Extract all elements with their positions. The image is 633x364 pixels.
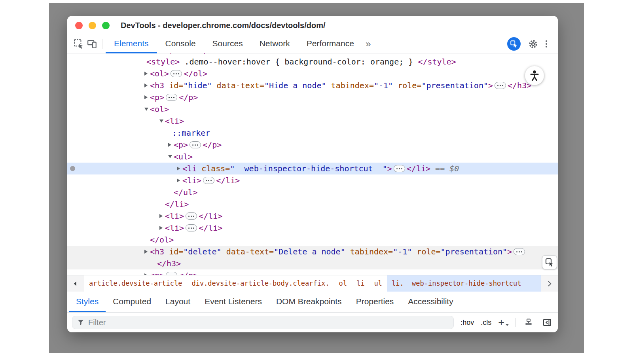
code-token-tag: <li> [165,211,184,221]
tree-row[interactable]: <h3 id="hide" data-text="Hide a node" ta… [67,80,558,91]
settings-button[interactable] [526,37,540,51]
tab-accessibility[interactable]: Accessibility [401,292,460,312]
breadcrumb-item-ol[interactable]: ol [334,275,351,292]
styles-toolbar: Filter :hov .cls + [67,313,558,332]
inspect-element-button[interactable] [72,37,85,51]
tab-performance[interactable]: Performance [298,35,362,53]
toggle-sidebar-button[interactable] [541,317,553,328]
zoom-window-button[interactable] [102,22,110,29]
tree-row[interactable]: <li> [67,115,558,127]
breadcrumb-item-div-devsite-article-body-clearfix[interactable]: div.devsite-article-body.clearfix. [187,275,334,292]
expand-children-button[interactable] [186,212,197,220]
tab-console[interactable]: Console [157,35,204,53]
collapse-arrow-icon[interactable] [144,108,150,111]
code-token-val: "-1" [374,81,393,90]
expand-arrow-icon[interactable] [177,178,182,182]
code-token-hint: == [430,164,449,173]
more-tabs-button[interactable]: » [366,35,371,53]
code-token-tag: <li> [165,116,184,126]
code-token-tag: </p> [203,140,222,150]
expand-children-button[interactable] [171,70,182,77]
toggle-device-toolbar-button[interactable] [85,37,99,51]
tree-row[interactable]: ::marker [67,127,558,139]
tab-network[interactable]: Network [251,35,298,53]
code-token-val: "__web-inspector-hide-shortcut__" [230,164,387,173]
floating-inspect-button[interactable] [542,255,557,269]
expand-children-button[interactable] [394,165,405,172]
styles-filter-input[interactable]: Filter [72,316,454,329]
code-token-attr: tabindex= [326,81,374,90]
minimize-window-button[interactable] [89,22,96,29]
expand-arrow-icon[interactable] [144,95,150,99]
paint-roller-button[interactable] [523,317,534,328]
expand-children-button[interactable] [190,141,201,148]
window-title: DevTools - developer.chrome.com/docs/dev… [121,21,326,30]
code-token-tag: <ol> [150,69,169,78]
breadcrumb-bar: article.devsite-articlediv.devsite-artic… [67,275,558,292]
collapse-arrow-icon[interactable] [159,119,165,123]
expand-children-button[interactable] [166,94,177,101]
tab-sources[interactable]: Sources [204,35,251,53]
code-token-tag: </p> [194,53,213,55]
tree-row[interactable]: <ol> [67,103,558,115]
tree-row[interactable]: </li> [67,198,558,210]
accessibility-overlay-button[interactable] [525,66,544,85]
expand-arrow-icon[interactable] [144,83,150,87]
tree-row[interactable]: <p></p> [67,139,558,151]
breadcrumb: article.devsite-articlediv.devsite-artic… [84,275,541,292]
expand-arrow-icon[interactable] [144,250,150,254]
new-style-rule-button[interactable]: + [498,317,509,328]
breadcrumb-scroll-right-button[interactable] [541,275,558,292]
breadcrumb-scroll-left-button[interactable] [67,275,84,292]
toggle-element-state-button[interactable]: :hov [461,318,474,327]
breadcrumb-item-ul[interactable]: ul [369,275,387,292]
expand-children-button[interactable] [166,272,177,275]
tab-computed[interactable]: Computed [106,292,158,312]
code-token-tag: </ol> [184,69,207,78]
tab-elements[interactable]: Elements [106,35,157,53]
element-classes-button[interactable]: .cls [481,318,491,327]
tree-row[interactable]: <h3 id="delete" data-text="Delete a node… [67,246,558,258]
breadcrumb-item-li-web-inspector-hide-shortcut[interactable]: li.__web-inspector-hide-shortcut__ [387,275,541,292]
tab-dom-breakpoints[interactable]: DOM Breakpoints [269,292,349,312]
code-token-hint_i: $0 [449,164,459,173]
inspect-mode-active-button[interactable] [507,37,521,51]
code-token-val: "presentation" [421,81,488,90]
paint-roller-icon [524,318,533,327]
expand-children-button[interactable] [186,224,197,231]
code-token-tag: </li> [216,176,240,185]
tree-row[interactable]: <li></li> [67,174,558,186]
expand-arrow-icon[interactable] [159,214,165,218]
tree-row[interactable]: </ol> [67,234,558,246]
tree-row[interactable]: <li></li> [67,210,558,222]
tree-row[interactable]: <li></li> [67,222,558,234]
tree-row[interactable]: </h3> [67,258,558,269]
tree-row[interactable]: <ul> [67,151,558,163]
expand-arrow-icon[interactable] [144,273,150,275]
customize-menu-button[interactable] [540,37,553,51]
expand-arrow-icon[interactable] [159,226,165,230]
code-token-tag: <p> [174,140,188,150]
tree-row[interactable]: <p></p> [67,269,558,275]
tree-row[interactable]: <p></p> [67,91,558,103]
expand-children-button[interactable] [514,248,525,255]
expand-children-button[interactable] [495,82,506,89]
tab-styles[interactable]: Styles [69,292,106,312]
expand-arrow-icon[interactable] [144,72,150,76]
code-token-val: "presentation" [441,247,508,256]
breadcrumb-item-article-devsite-article[interactable]: article.devsite-article [84,275,187,292]
tree-row[interactable]: </ul> [67,186,558,198]
tree-row[interactable]: <ol></ol> [67,68,558,80]
tree-row-selected[interactable]: <li class="__web-inspector-hide-shortcut… [67,163,558,174]
tab-properties[interactable]: Properties [349,292,401,312]
breadcrumb-item-li[interactable]: li [352,275,369,292]
close-window-button[interactable] [75,22,83,29]
expand-arrow-icon[interactable] [177,167,182,171]
expand-children-button[interactable] [203,177,214,184]
tree-row[interactable]: <style> .demo--hover:hover { background-… [67,56,558,68]
expand-arrow-icon[interactable] [168,143,174,147]
dom-tree-rows: <p></p><style> .demo--hover:hover { back… [67,53,558,275]
tab-layout[interactable]: Layout [158,292,197,312]
collapse-arrow-icon[interactable] [168,155,174,158]
tab-event-listeners[interactable]: Event Listeners [197,292,269,312]
